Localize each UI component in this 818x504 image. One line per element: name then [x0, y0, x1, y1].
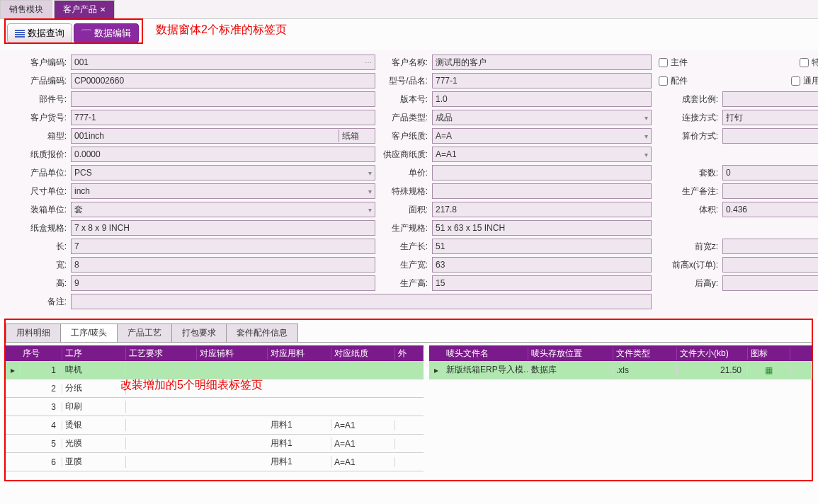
- grid-icon: [15, 29, 25, 38]
- label-prod-type: 产品类型:: [382, 112, 432, 124]
- label-part-no: 部件号:: [21, 93, 71, 105]
- remark-input[interactable]: [71, 294, 652, 309]
- table-row[interactable]: ▸新版纸箱ERP导入模…数据库.xls21.50▦: [429, 361, 812, 379]
- cust-code-input[interactable]: 001⋯: [71, 55, 375, 70]
- grid2-header: 唛头文件名 唛头存放位置 文件类型 文件大小(kb) 图标: [429, 345, 812, 361]
- front-width-z-input[interactable]: [722, 239, 818, 254]
- toolbar: 数据查询 数据编辑: [0, 19, 818, 50]
- file-grid: 唛头文件名 唛头存放位置 文件类型 文件大小(kb) 图标 ▸新版纸箱ERP导入…: [429, 345, 812, 471]
- cust-article-input[interactable]: 777-1: [71, 110, 375, 125]
- label-prod-hei: 生产高:: [382, 277, 432, 290]
- cust-paper-combo[interactable]: A=A▾: [432, 128, 652, 144]
- label-cust-code: 客户编码:: [21, 57, 71, 69]
- back-height-y-input[interactable]: [722, 275, 818, 291]
- produce-spec-input[interactable]: 51 x 63 x 15 INCH: [432, 220, 652, 236]
- tab-pack[interactable]: 打包要求: [171, 323, 227, 342]
- xls-icon: ▦: [748, 365, 790, 375]
- label-unit-price: 单价:: [382, 167, 432, 179]
- label-special-spec: 特殊规格:: [382, 185, 432, 197]
- label-prod-len: 生产长:: [382, 241, 432, 253]
- label-front-width-z: 前宽z:: [659, 241, 722, 253]
- part-no-input[interactable]: [71, 91, 375, 107]
- version-input[interactable]: 1.0: [432, 91, 652, 107]
- label-width: 宽:: [21, 259, 71, 271]
- tab-sales[interactable]: 销售模块: [0, 0, 52, 18]
- label-cust-paper: 客户纸质:: [382, 130, 432, 142]
- prod-hei-input[interactable]: 15: [432, 275, 652, 291]
- check-special[interactable]: 特价: [800, 57, 818, 69]
- label-front-height-x: 前高x(订单):: [659, 259, 722, 271]
- size-unit-combo[interactable]: inch▾: [71, 183, 375, 199]
- model-input[interactable]: 777-1: [432, 73, 652, 88]
- tab-customer-product[interactable]: 客户产品 ✕: [54, 0, 115, 18]
- close-icon[interactable]: ✕: [100, 6, 106, 13]
- label-cust-article: 客户货号:: [21, 112, 71, 124]
- table-row[interactable]: 4烫银用料1A=A1: [6, 416, 424, 435]
- prod-len-input[interactable]: 51: [432, 239, 652, 254]
- data-edit-button[interactable]: 数据编辑: [74, 23, 139, 43]
- detail-section: 用料明细 工序/唛头 产品工艺 打包要求 套件配件信息 序号 工序 工艺要求 对…: [6, 323, 812, 471]
- box-spec-input[interactable]: 7 x 8 x 9 INCH: [71, 220, 375, 236]
- height-input[interactable]: 9: [71, 275, 375, 291]
- label-prod-remark: 生产备注:: [659, 185, 722, 197]
- tab-process[interactable]: 工序/唛头: [60, 323, 118, 342]
- tab-kit[interactable]: 套件配件信息: [226, 323, 298, 342]
- set-ratio-input[interactable]: [722, 91, 818, 107]
- tab-tech[interactable]: 产品工艺: [117, 323, 172, 342]
- prod-type-combo[interactable]: 成品▾: [432, 110, 652, 125]
- special-spec-input[interactable]: [432, 183, 652, 199]
- label-conn-method: 连接方式:: [659, 112, 722, 124]
- chevron-down-icon: ▾: [644, 114, 648, 122]
- data-query-button[interactable]: 数据查询: [7, 23, 72, 43]
- check-universal[interactable]: 通用箱: [791, 75, 818, 87]
- paper-price-input[interactable]: 0.0000: [71, 147, 375, 162]
- table-row[interactable]: 3印刷: [6, 398, 424, 416]
- label-remark: 备注:: [21, 296, 71, 308]
- check-main[interactable]: 主件: [659, 57, 688, 69]
- calc-method-combo[interactable]: ▾: [722, 128, 818, 144]
- prod-remark-input[interactable]: [722, 183, 818, 199]
- front-height-x-input[interactable]: [722, 257, 818, 273]
- top-tab-bar: 销售模块 客户产品 ✕: [0, 0, 818, 19]
- unit-price-input[interactable]: [432, 165, 652, 181]
- label-prod-code: 产品编码:: [21, 75, 71, 87]
- label-pack-unit: 装箱单位:: [21, 204, 71, 216]
- label-cust-name: 客户名称:: [382, 57, 432, 69]
- table-row[interactable]: 5光膜用料1A=A1: [6, 435, 424, 453]
- label-length: 长:: [21, 241, 71, 253]
- width-input[interactable]: 8: [71, 257, 375, 273]
- volume-input[interactable]: 0.436: [722, 202, 818, 217]
- label-version: 版本号:: [382, 93, 432, 105]
- supplier-paper-combo[interactable]: A=A1▾: [432, 147, 652, 162]
- label-calc-method: 算价方式:: [659, 130, 722, 142]
- table-row[interactable]: 6亚膜用料1A=A1: [6, 453, 424, 471]
- check-accessory[interactable]: 配件: [659, 75, 688, 87]
- chevron-down-icon: ▾: [368, 188, 372, 195]
- label-height: 高:: [21, 277, 71, 290]
- label-prod-unit: 产品单位:: [21, 167, 71, 179]
- tab-material[interactable]: 用料明细: [6, 323, 61, 342]
- label-model: 型号/品名:: [382, 75, 432, 87]
- sets-input[interactable]: 0: [722, 165, 818, 181]
- form-area: 客户编码: 001⋯ 客户名称: 测试用的客户 主件 特价 产品编码: CP00…: [0, 50, 818, 316]
- chevron-down-icon: ▾: [368, 169, 372, 177]
- database-icon: [81, 29, 91, 38]
- label-produce-spec: 生产规格:: [382, 222, 432, 234]
- conn-method-input[interactable]: 打钉: [722, 110, 818, 125]
- cust-name-input[interactable]: 测试用的客户: [432, 55, 652, 70]
- prod-wid-input[interactable]: 63: [432, 257, 652, 273]
- chevron-down-icon: ▾: [644, 151, 648, 159]
- annotation-text-bottom: 改装增加的5个明细表标签页: [120, 378, 263, 393]
- label-box-type: 箱型:: [21, 130, 71, 142]
- table-row[interactable]: ▸1啤机: [6, 361, 424, 379]
- pack-unit-combo[interactable]: 套▾: [71, 202, 375, 217]
- prod-unit-combo[interactable]: PCS▾: [71, 165, 375, 181]
- detail-tabs: 用料明细 工序/唛头 产品工艺 打包要求 套件配件信息: [6, 323, 812, 343]
- label-volume: 体积:: [659, 204, 722, 216]
- prod-code-input[interactable]: CP00002660: [71, 73, 375, 88]
- length-input[interactable]: 7: [71, 239, 375, 254]
- box-type-input[interactable]: 001inch纸箱: [71, 128, 375, 144]
- area-input[interactable]: 217.8: [432, 202, 652, 217]
- label-prod-wid: 生产宽:: [382, 259, 432, 271]
- label-paper-price: 纸质报价:: [21, 149, 71, 161]
